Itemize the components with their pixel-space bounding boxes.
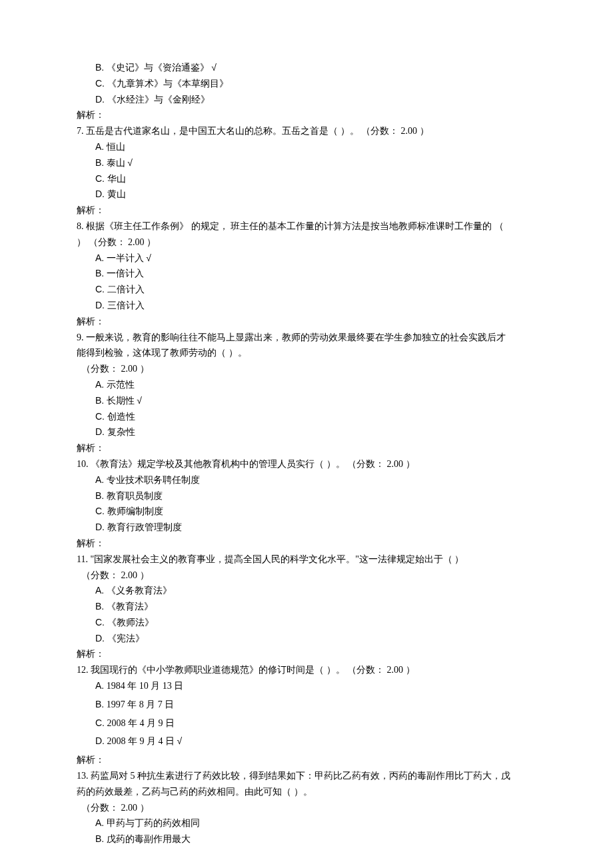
option-text: 一半计入 (107, 253, 144, 263)
option-label: B. (95, 395, 104, 406)
option-label: A. (95, 252, 104, 263)
option-text: 泰山 (107, 158, 125, 168)
option-label: C. (95, 284, 105, 294)
option-label: C. (95, 78, 105, 89)
q11-option-d: D. 《宪法》 (77, 631, 540, 647)
option-label: A. (95, 141, 104, 152)
option-text: 《宪法》 (107, 634, 145, 644)
option-label: A. (95, 680, 104, 691)
q9-analysis: 解析： (77, 440, 540, 456)
option-label: C. (95, 506, 105, 516)
option-text: 华山 (107, 174, 126, 184)
q11-analysis: 解析： (77, 646, 540, 662)
option-text: 《九章算术》与《本草纲目》 (107, 79, 229, 89)
q7-option-d: D. 黄山 (77, 187, 540, 203)
option-label: A. (95, 474, 104, 485)
q12-option-c: C. 2008 年 4 月 9 日 (77, 715, 540, 731)
q11-option-c: C. 《教师法》 (77, 615, 540, 631)
stem-text: 12. 我国现行的《中小学教师职业道德规范》的修订时间是（ ）。 (77, 665, 345, 675)
correct-mark: √ (127, 157, 133, 168)
option-text: 创造性 (107, 412, 135, 422)
option-text: 示范性 (107, 380, 135, 390)
q12-option-d: D. 2008 年 9 月 4 日 √ (77, 733, 540, 749)
option-label: B. (95, 268, 104, 278)
option-label: B. (95, 833, 104, 844)
q12-analysis: 解析： (77, 752, 540, 768)
q9-score: （分数： 2.00 ） (77, 361, 540, 377)
q9-option-d: D. 复杂性 (77, 424, 540, 440)
q12-stem: 12. 我国现行的《中小学教师职业道德规范》的修订时间是（ ）。 （分数： 2.… (77, 662, 540, 678)
option-text: 黄山 (107, 189, 126, 199)
q6-analysis: 解析： (77, 107, 540, 123)
option-text: 甲药与丁药的药效相同 (107, 818, 200, 828)
option-text: 教师编制制度 (107, 506, 163, 516)
option-label: D. (95, 633, 105, 644)
q11-stem: 11. "国家发展社会主义的教育事业，提高全国人民的科学文化水平。"这一法律规定… (77, 552, 540, 568)
stem-text: 10. 《教育法》规定学校及其他教育机构中的管理人员实行（ ）。 (77, 459, 345, 469)
option-text: 长期性 (107, 396, 135, 406)
q7-option-b: B. 泰山 √ (77, 155, 540, 171)
option-text: 1984 年 10 月 13 日 (107, 681, 184, 691)
option-label: D. (95, 94, 105, 105)
q10-option-b: B. 教育职员制度 (77, 488, 540, 504)
q11-score: （分数： 2.00 ） (77, 568, 540, 584)
correct-mark: √ (211, 62, 217, 73)
correct-mark: √ (146, 252, 151, 263)
q13-stem-line1: 13. 药监局对 5 种抗生素进行了药效比较，得到结果如下：甲药比乙药有效，丙药… (77, 768, 540, 784)
q8-option-c: C. 二倍计入 (77, 282, 540, 298)
option-text: 教育职员制度 (107, 491, 163, 501)
score-text: （分数： 2.00 ） (361, 126, 429, 136)
option-label: C. (95, 173, 105, 184)
score-text: （分数： 2.00 ） (347, 459, 415, 469)
q6-option-b: B. 《史记》与《资治通鉴》 √ (77, 60, 540, 76)
option-label: A. (95, 817, 104, 828)
q12-option-a: A. 1984 年 10 月 13 日 (77, 678, 540, 694)
option-label: D. (95, 735, 105, 746)
q10-option-a: A. 专业技术职务聘任制度 (77, 472, 540, 488)
q6-option-d: D. 《水经注》与《金刚经》 (77, 92, 540, 108)
option-label: B. (95, 699, 104, 709)
score-text: （分数： 2.00 ） (89, 237, 157, 247)
option-label: B. (95, 157, 104, 168)
q7-stem: 7. 五岳是古代道家名山，是中国五大名山的总称。五岳之首是（ ）。 （分数： 2… (77, 123, 540, 139)
q9-stem-line1: 9. 一般来说，教育的影响往往不能马上显露出来，教师的劳动效果最终要在学生参加独… (77, 330, 540, 346)
option-label: C. (95, 411, 105, 422)
option-text: 复杂性 (107, 427, 135, 437)
option-text: 《义务教育法》 (107, 586, 172, 596)
q13-option-b: B. 戊药的毒副作用最大 (77, 831, 540, 847)
option-label: C. (95, 617, 105, 628)
q8-stem-line1: 8. 根据《班主任工作条例》 的规定， 班主任的基本工作量的计算方法是按当地教师… (77, 218, 540, 234)
q8-analysis: 解析： (77, 314, 540, 330)
option-text: 《教育法》 (107, 602, 153, 612)
option-text: 《水经注》与《金刚经》 (107, 95, 210, 105)
q13-score: （分数： 2.00 ） (77, 800, 540, 816)
option-text: 二倍计入 (107, 284, 145, 294)
stem-text: 7. 五岳是古代道家名山，是中国五大名山的总称。五岳之首是（ ）。 (77, 126, 359, 136)
option-label: B. (95, 490, 104, 501)
q7-option-c: C. 华山 (77, 171, 540, 187)
q8-option-a: A. 一半计入 √ (77, 250, 540, 266)
option-text: 一倍计入 (107, 268, 144, 278)
option-label: A. (95, 379, 104, 390)
q10-option-c: C. 教师编制制度 (77, 504, 540, 520)
option-text: 专业技术职务聘任制度 (107, 475, 200, 485)
q9-stem-line2: 能得到检验，这体现了教师劳动的（ ）。 (77, 345, 540, 361)
q8-option-b: B. 一倍计入 (77, 266, 540, 282)
q9-option-a: A. 示范性 (77, 377, 540, 393)
q9-option-c: C. 创造性 (77, 409, 540, 425)
q9-option-b: B. 长期性 √ (77, 393, 540, 409)
option-label: B. (95, 62, 104, 73)
q13-stem-line2: 药的药效最差，乙药与己药的药效相同。由此可知（ ）。 (77, 784, 540, 800)
q11-option-b: B. 《教育法》 (77, 599, 540, 615)
option-text: 1997 年 8 月 7 日 (107, 699, 175, 709)
option-text: 《教师法》 (107, 618, 154, 628)
option-label: D. (95, 522, 105, 532)
q7-option-a: A. 恒山 (77, 139, 540, 155)
option-text: 2008 年 9 月 4 日 (107, 736, 175, 746)
option-text: 《史记》与《资治通鉴》 (107, 63, 209, 73)
option-text: 教育行政管理制度 (107, 522, 182, 532)
q10-stem: 10. 《教育法》规定学校及其他教育机构中的管理人员实行（ ）。 （分数： 2.… (77, 456, 540, 472)
q10-analysis: 解析： (77, 536, 540, 552)
option-text: 三倍计入 (107, 300, 145, 310)
correct-mark: √ (137, 395, 142, 406)
